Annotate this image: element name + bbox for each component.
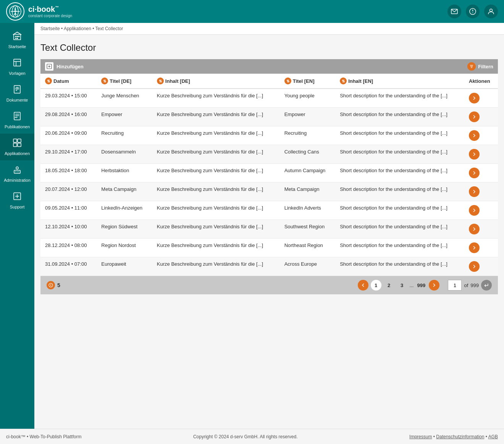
cell-inhalt-de: Kurze Beschreibung zum Verständnis für d…	[152, 201, 280, 220]
cell-titel-en: Autumn Campaign	[280, 164, 335, 182]
cell-inhalt-de: Kurze Beschreibung zum Verständnis für d…	[152, 126, 280, 145]
cell-inhalt-de: Kurze Beschreibung zum Verständnis für d…	[152, 239, 280, 257]
vorlagen-icon	[13, 58, 22, 69]
row-action-button[interactable]	[469, 186, 480, 197]
cell-actions	[464, 145, 498, 164]
user-icon-button[interactable]	[484, 5, 498, 18]
sidebar-item-publikationen[interactable]: Publikationen	[0, 107, 34, 134]
administration-icon	[13, 165, 22, 176]
sidebar-item-administration[interactable]: Administration	[0, 160, 34, 187]
sidebar-label-publikationen: Publikationen	[5, 124, 30, 129]
footer-left: ci-book™ • Web-To-Publish Plattform	[6, 434, 81, 439]
cell-datum: 12.10.2024 • 10:00	[40, 220, 97, 239]
row-action-button[interactable]	[469, 261, 480, 272]
filter-button[interactable]: Filtern	[467, 62, 493, 71]
row-action-button[interactable]	[469, 93, 480, 103]
col-titel-en[interactable]: ⇅ Titel [EN]	[280, 74, 335, 89]
cell-inhalt-de: Kurze Beschreibung zum Verständnis für d…	[152, 182, 280, 201]
svg-rect-35	[18, 143, 21, 147]
pagination-of-label: of	[464, 283, 468, 288]
col-aktionen: Aktionen	[464, 74, 498, 89]
col-inhalt-de[interactable]: ⇅ Inhalt [DE]	[152, 74, 280, 89]
pagination-count-value: 5	[57, 282, 60, 288]
cell-titel-en: LinkedIn Adverts	[280, 201, 335, 220]
svg-rect-15	[15, 36, 16, 37]
sidebar-item-dokumente[interactable]: </> Dokumente	[0, 80, 34, 107]
col-titel-en-label: Titel [EN]	[293, 78, 315, 84]
cell-datum: 20.07.2024 • 12:00	[40, 182, 97, 201]
sort-titel-en-icon: ⇅	[284, 77, 291, 84]
pagination-page-input[interactable]	[448, 280, 462, 291]
row-action-button[interactable]	[469, 242, 480, 253]
row-action-button[interactable]	[469, 224, 480, 234]
pagination-bar: 5 1 2 3 ... 999	[40, 276, 498, 294]
cell-datum: 31.09.2024 • 07:00	[40, 257, 97, 276]
pagination-prev-button[interactable]	[358, 280, 368, 291]
table-row: 31.09.2024 • 07:00 Europaweit Kurze Besc…	[40, 257, 498, 276]
logo-icon	[6, 2, 24, 21]
header-icons	[447, 5, 498, 18]
breadcrumb: Startseite • Applikationen • Text Collec…	[34, 23, 504, 35]
compass-icon-button[interactable]	[466, 5, 480, 18]
row-action-button[interactable]	[469, 111, 480, 122]
add-icon	[45, 62, 53, 71]
footer-impressum[interactable]: Impressum	[409, 434, 432, 439]
pagination-enter-button[interactable]: ↵	[481, 280, 492, 291]
table-row: 29.03.2024 • 15:00 Junge Menschen Kurze …	[40, 89, 498, 108]
cell-titel-de: Dosensammeln	[97, 145, 152, 164]
col-datum[interactable]: ⇅ Datum	[40, 74, 97, 89]
table-row: 09.05.2024 • 11:00 LinkedIn-Anzeigen Kur…	[40, 201, 498, 220]
pagination-dots: ...	[410, 283, 414, 288]
col-inhalt-en-label: Inhalt [EN]	[348, 78, 373, 84]
sidebar-item-startseite[interactable]: Startseite	[0, 27, 34, 53]
logo-area: ci·book™ constant corporate design	[6, 2, 72, 21]
cell-inhalt-de: Kurze Beschreibung zum Verständnis für d…	[152, 108, 280, 126]
footer-right: Impressum • Datenschutzinformation • AGB	[409, 434, 498, 439]
footer-datenschutz[interactable]: Datenschutzinformation	[436, 434, 484, 439]
svg-point-4	[15, 8, 16, 10]
svg-rect-34	[13, 143, 17, 147]
pagination-goto: of 999 ↵	[448, 280, 492, 291]
cell-inhalt-en: Short description for the understanding …	[335, 257, 464, 276]
sidebar-item-applikationen[interactable]: Applikationen	[0, 134, 34, 160]
row-action-button[interactable]	[469, 130, 480, 141]
pagination-count: 5	[47, 281, 60, 289]
row-action-button[interactable]	[469, 149, 480, 160]
cell-datum: 29.10.2024 • 17:00	[40, 145, 97, 164]
logo-text: ci·book™ constant corporate design	[28, 5, 72, 18]
pagination-page-3[interactable]: 3	[397, 280, 407, 291]
cell-inhalt-de: Kurze Beschreibung zum Verständnis für d…	[152, 164, 280, 182]
cell-titel-en: Young people	[280, 89, 335, 108]
svg-rect-20	[14, 59, 21, 66]
svg-rect-18	[17, 38, 18, 39]
pagination-page-2[interactable]: 2	[384, 280, 394, 291]
toolbar-right: Filtern	[467, 62, 493, 71]
cell-inhalt-de: Kurze Beschreibung zum Verständnis für d…	[152, 220, 280, 239]
cell-inhalt-de: Kurze Beschreibung zum Verständnis für d…	[152, 145, 280, 164]
email-icon-button[interactable]	[447, 5, 461, 18]
pagination-next-button[interactable]	[429, 280, 439, 291]
pagination-page-1[interactable]: 1	[371, 280, 381, 291]
footer-agb[interactable]: AGB	[488, 434, 498, 439]
page-content: Text Collector Hinzufügen	[34, 35, 504, 429]
col-titel-de[interactable]: ⇅ Titel [DE]	[97, 74, 152, 89]
row-action-button[interactable]	[469, 205, 480, 216]
cell-inhalt-de: Kurze Beschreibung zum Verständnis für d…	[152, 257, 280, 276]
cell-inhalt-en: Short description for the understanding …	[335, 220, 464, 239]
svg-marker-11	[472, 9, 473, 11]
pagination-page-last[interactable]: 999	[416, 280, 426, 291]
cell-inhalt-en: Short description for the understanding …	[335, 164, 464, 182]
row-action-button[interactable]	[469, 168, 480, 178]
svg-rect-32	[13, 139, 17, 142]
col-inhalt-en[interactable]: ⇅ Inhalt [EN]	[335, 74, 464, 89]
col-datum-label: Datum	[53, 78, 69, 84]
sidebar-item-support[interactable]: Support	[0, 187, 34, 214]
cell-titel-de: Herbstaktion	[97, 164, 152, 182]
sidebar: Startseite Vorlagen </>	[0, 23, 34, 429]
add-button[interactable]: Hinzufügen	[57, 64, 84, 69]
cell-actions	[464, 89, 498, 108]
pagination-total-label: 999	[470, 283, 479, 288]
sidebar-item-vorlagen[interactable]: Vorlagen	[0, 53, 34, 80]
cell-inhalt-en: Short description for the understanding …	[335, 126, 464, 145]
cell-actions	[464, 182, 498, 201]
